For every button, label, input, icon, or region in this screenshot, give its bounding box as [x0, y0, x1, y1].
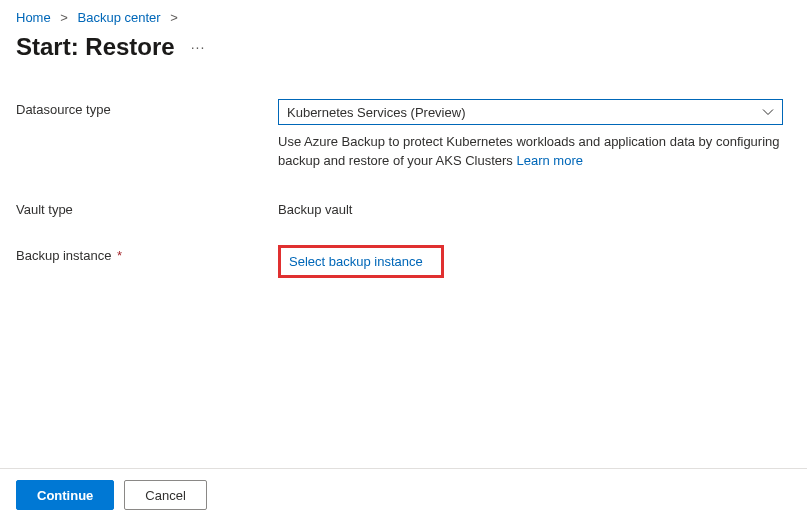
row-backup-instance: Backup instance * Select backup instance	[16, 245, 783, 278]
breadcrumb-home[interactable]: Home	[16, 10, 51, 25]
page-title-row: Start: Restore ···	[0, 29, 807, 81]
highlight-select-backup-instance: Select backup instance	[278, 245, 444, 278]
breadcrumb-sep: >	[170, 10, 178, 25]
select-datasource-type-value: Kubernetes Services (Preview)	[287, 105, 465, 120]
breadcrumb: Home > Backup center >	[0, 0, 807, 29]
cancel-button[interactable]: Cancel	[124, 480, 206, 510]
row-vault-type: Vault type Backup vault	[16, 199, 783, 217]
label-backup-instance-text: Backup instance	[16, 248, 111, 263]
breadcrumb-sep: >	[60, 10, 68, 25]
more-actions-button[interactable]: ···	[187, 35, 210, 59]
value-vault-type: Backup vault	[278, 199, 783, 217]
required-indicator: *	[117, 248, 122, 263]
helper-datasource-type: Use Azure Backup to protect Kubernetes w…	[278, 133, 783, 171]
page-title: Start: Restore	[16, 33, 175, 61]
chevron-down-icon	[762, 108, 774, 116]
continue-button[interactable]: Continue	[16, 480, 114, 510]
label-vault-type: Vault type	[16, 199, 278, 217]
row-datasource-type: Datasource type Kubernetes Services (Pre…	[16, 99, 783, 171]
form-area: Datasource type Kubernetes Services (Pre…	[0, 81, 807, 278]
learn-more-link[interactable]: Learn more	[516, 153, 582, 168]
footer: Continue Cancel	[0, 468, 807, 521]
select-datasource-type[interactable]: Kubernetes Services (Preview)	[278, 99, 783, 125]
label-backup-instance: Backup instance *	[16, 245, 278, 263]
select-backup-instance-link[interactable]: Select backup instance	[289, 254, 423, 269]
label-datasource-type: Datasource type	[16, 99, 278, 117]
breadcrumb-backup-center[interactable]: Backup center	[78, 10, 161, 25]
